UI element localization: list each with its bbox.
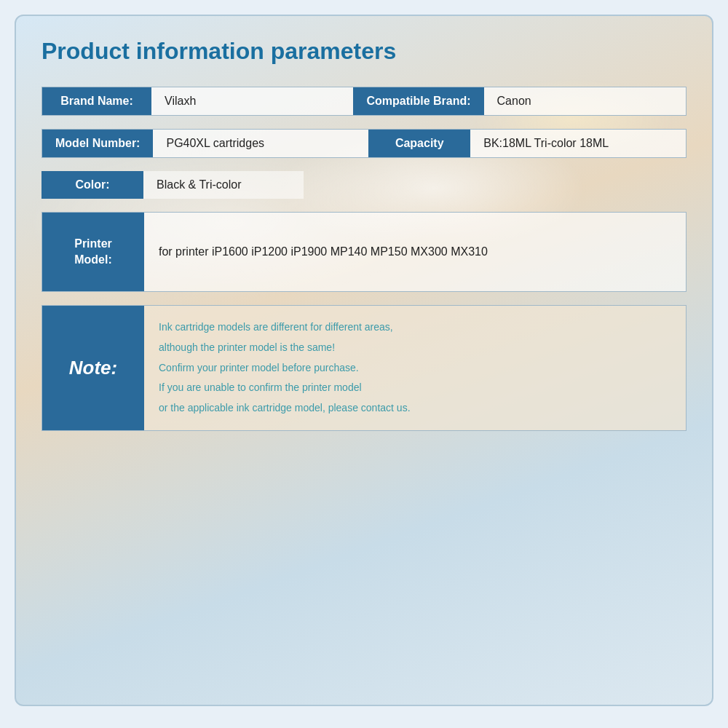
note-block: Note: Ink cartridge models are different… xyxy=(41,305,687,431)
color-value: Black & Tri-color xyxy=(143,171,304,199)
printer-model-label: PrinterModel: xyxy=(42,213,144,291)
note-label: Note: xyxy=(42,306,144,430)
model-number-label: Model Number: xyxy=(42,130,153,157)
model-section: Model Number: PG40XL cartridges Capacity… xyxy=(41,129,687,158)
printer-section: PrinterModel: for printer iP1600 iP1200 … xyxy=(41,212,687,292)
model-number-value: PG40XL cartridges xyxy=(153,130,368,157)
note-value: Ink cartridge models are different for d… xyxy=(144,306,686,430)
printer-block: PrinterModel: for printer iP1600 iP1200 … xyxy=(41,212,687,292)
note-line-2: although the printer model is the same! xyxy=(159,339,671,357)
color-section: Color: Black & Tri-color xyxy=(41,171,687,199)
compatible-brand-label: Compatible Brand: xyxy=(353,87,483,115)
note-line-4: If you are unable to confirm the printer… xyxy=(159,379,671,397)
compatible-brand-value: Canon xyxy=(484,87,686,115)
brand-section: Brand Name: Vilaxh Compatible Brand: Can… xyxy=(41,87,687,116)
product-info-card: Product information parameters Brand Nam… xyxy=(15,15,713,706)
model-row: Model Number: PG40XL cartridges Capacity… xyxy=(41,129,687,158)
brand-name-label: Brand Name: xyxy=(42,87,151,115)
note-section: Note: Ink cartridge models are different… xyxy=(41,305,687,431)
note-line-5: or the applicable ink cartridge model, p… xyxy=(159,400,671,417)
color-row: Color: Black & Tri-color xyxy=(41,171,687,199)
brand-row: Brand Name: Vilaxh Compatible Brand: Can… xyxy=(41,87,687,116)
page-title: Product information parameters xyxy=(41,38,687,65)
note-line-1: Ink cartridge models are different for d… xyxy=(159,319,671,336)
printer-model-value: for printer iP1600 iP1200 iP1900 MP140 M… xyxy=(144,213,686,291)
color-label: Color: xyxy=(41,171,143,199)
capacity-label: Capacity xyxy=(368,130,470,157)
brand-name-value: Vilaxh xyxy=(151,87,353,115)
capacity-value: BK:18ML Tri-color 18ML xyxy=(470,130,686,157)
note-line-3: Confirm your printer model before purcha… xyxy=(159,360,671,377)
